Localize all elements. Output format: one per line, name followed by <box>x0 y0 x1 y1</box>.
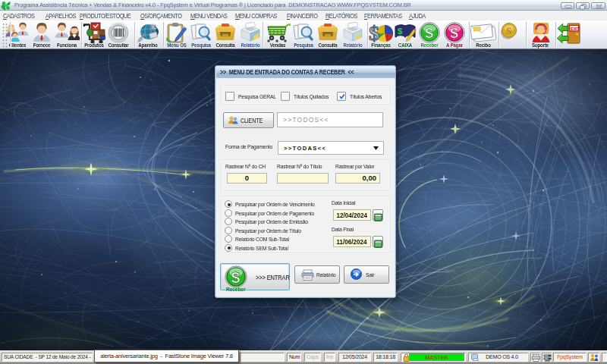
svg-text:$: $ <box>369 22 379 43</box>
svg-text:$: $ <box>398 27 402 36</box>
svg-text:S: S <box>506 25 511 36</box>
svg-text:$: $ <box>231 268 241 286</box>
svg-text:EXIT: EXIT <box>571 27 580 31</box>
svg-text:$: $ <box>450 25 458 41</box>
